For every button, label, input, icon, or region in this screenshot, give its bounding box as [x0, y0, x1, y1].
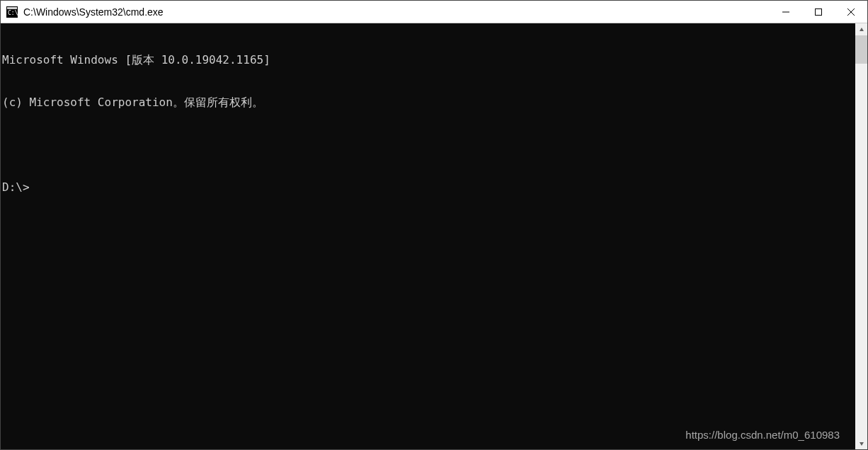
scroll-up-arrow[interactable] — [855, 23, 867, 35]
window-controls — [770, 1, 867, 23]
csdn-watermark: https://blog.csdn.net/m0_610983 — [685, 429, 840, 442]
vertical-scrollbar[interactable] — [855, 23, 867, 449]
svg-rect-1 — [7, 7, 17, 9]
cmd-icon: C:\ — [6, 6, 18, 18]
maximize-button[interactable] — [802, 1, 835, 23]
close-button[interactable] — [835, 1, 867, 23]
minimize-button[interactable] — [770, 1, 802, 23]
svg-marker-8 — [860, 442, 864, 446]
content-area: Microsoft Windows [版本 10.0.19042.1165] (… — [1, 23, 867, 449]
terminal-line: Microsoft Windows [版本 10.0.19042.1165] — [2, 53, 855, 67]
svg-text:C:\: C:\ — [8, 10, 18, 16]
terminal-line: (c) Microsoft Corporation。保留所有权利。 — [2, 96, 855, 110]
cmd-window: C:\ C:\Windows\System32\cmd.exe Microsof… — [0, 0, 868, 450]
scrollbar-thumb[interactable] — [855, 35, 867, 64]
titlebar[interactable]: C:\ C:\Windows\System32\cmd.exe — [1, 1, 867, 23]
terminal-prompt: D:\> — [2, 180, 855, 195]
svg-marker-7 — [860, 28, 864, 31]
svg-rect-4 — [816, 8, 822, 15]
window-title: C:\Windows\System32\cmd.exe — [23, 6, 770, 18]
scroll-down-arrow[interactable] — [855, 437, 867, 449]
terminal-line — [2, 138, 855, 152]
terminal-output[interactable]: Microsoft Windows [版本 10.0.19042.1165] (… — [1, 23, 855, 449]
scrollbar-track[interactable] — [855, 35, 867, 437]
